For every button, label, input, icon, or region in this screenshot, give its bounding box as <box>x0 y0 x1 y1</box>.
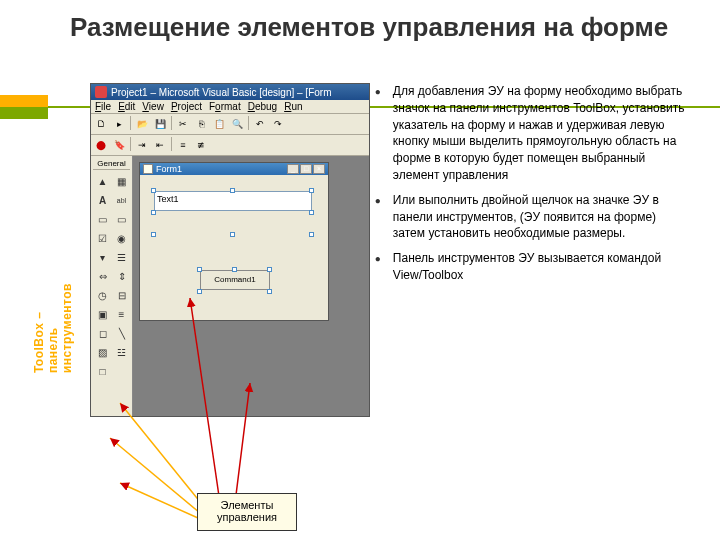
tool-checkbox-icon[interactable]: ☑ <box>93 229 112 248</box>
toolbox-panel: General ▲ ▦ A abl ▭ ▭ ☑ ◉ ▾ ☰ ⇔ <box>91 156 133 416</box>
svg-line-2 <box>120 403 205 508</box>
form-designer-area[interactable]: Form1 _ □ × Text1 <box>133 156 369 416</box>
tb-outdent-icon[interactable]: ⇤ <box>152 137 168 153</box>
tool-label-icon[interactable]: A <box>93 191 112 210</box>
menu-project[interactable]: Project <box>169 101 204 112</box>
tool-picturebox-icon[interactable]: ▦ <box>112 172 131 191</box>
tb-addform-icon[interactable]: ▸ <box>111 116 127 132</box>
tb-comment-icon[interactable]: ≡ <box>175 137 191 153</box>
form1-icon <box>143 164 153 174</box>
menu-view[interactable]: View <box>140 101 166 112</box>
tool-vscroll-icon[interactable]: ⇕ <box>112 267 131 286</box>
tb-undo-icon[interactable]: ↶ <box>252 116 268 132</box>
bullet-2: Или выполнить двойной щелчок на значке Э… <box>375 192 690 242</box>
form1-surface[interactable]: Text1 Command1 <box>140 175 328 320</box>
description-list: Для добавления ЭУ на форму необходимо вы… <box>375 83 690 284</box>
form1-window[interactable]: Form1 _ □ × Text1 <box>139 162 329 321</box>
tool-drivelist-icon[interactable]: ⊟ <box>112 286 131 305</box>
tool-image-icon[interactable]: ▨ <box>93 343 112 362</box>
form1-title-text: Form1 <box>156 164 182 174</box>
vb-toolbar-row1: 🗋 ▸ 📂 💾 ✂ ⎘ 📋 🔍 ↶ ↷ <box>91 114 369 135</box>
tb-addproject-icon[interactable]: 🗋 <box>93 116 109 132</box>
tool-dirlist-icon[interactable]: ▣ <box>93 305 112 324</box>
slide-title: Размещение элементов управления на форме <box>70 12 690 43</box>
vb-toolbar-row2: ⬤ 🔖 ⇥ ⇤ ≡ ≢ <box>91 135 369 156</box>
tb-paste-icon[interactable]: 📋 <box>211 116 227 132</box>
svg-line-3 <box>110 438 200 513</box>
bullet-1: Для добавления ЭУ на форму необходимо вы… <box>375 83 690 184</box>
tb-redo-icon[interactable]: ↷ <box>270 116 286 132</box>
tb-indent-icon[interactable]: ⇥ <box>134 137 150 153</box>
toolbox-sidebar-label: ToolBox – панель инструментов <box>32 283 74 373</box>
minimize-icon[interactable]: _ <box>287 164 299 174</box>
tool-hscroll-icon[interactable]: ⇔ <box>93 267 112 286</box>
tb-copy-icon[interactable]: ⎘ <box>193 116 209 132</box>
tool-combobox-icon[interactable]: ▾ <box>93 248 112 267</box>
tb-open-icon[interactable]: 📂 <box>134 116 150 132</box>
tool-ole-icon[interactable]: □ <box>93 362 112 381</box>
tb-bookmark-icon[interactable]: 🔖 <box>111 137 127 153</box>
menu-edit[interactable]: Edit <box>116 101 137 112</box>
tool-shape-icon[interactable]: ◻ <box>93 324 112 343</box>
vb-menubar[interactable]: File Edit View Project Format Debug Run <box>91 100 369 114</box>
menu-run[interactable]: Run <box>282 101 304 112</box>
commandbutton-control[interactable]: Command1 <box>200 270 270 290</box>
tool-timer-icon[interactable]: ◷ <box>93 286 112 305</box>
tool-pointer-icon[interactable]: ▲ <box>93 172 112 191</box>
toolbox-header: General <box>93 158 130 170</box>
tb-uncomment-icon[interactable]: ≢ <box>193 137 209 153</box>
vb-title-text: Project1 – Microsoft Visual Basic [desig… <box>111 87 331 98</box>
tb-save-icon[interactable]: 💾 <box>152 116 168 132</box>
vb-app-icon <box>95 86 107 98</box>
svg-line-4 <box>120 483 198 518</box>
form1-titlebar: Form1 _ □ × <box>140 163 328 175</box>
menu-file[interactable]: File <box>93 101 113 112</box>
vb-ide-window: Project1 – Microsoft Visual Basic [desig… <box>90 83 370 417</box>
tb-cut-icon[interactable]: ✂ <box>175 116 191 132</box>
tool-filelist-icon[interactable]: ≡ <box>112 305 131 324</box>
tool-textbox-icon[interactable]: abl <box>112 191 131 210</box>
menu-debug[interactable]: Debug <box>246 101 279 112</box>
tb-find-icon[interactable]: 🔍 <box>229 116 245 132</box>
tool-empty <box>112 362 131 381</box>
bullet-3: Панель инструментов ЭУ вызывается команд… <box>375 250 690 284</box>
tool-line-icon[interactable]: ╲ <box>112 324 131 343</box>
elements-callout: Элементы управления <box>197 493 297 531</box>
tool-radio-icon[interactable]: ◉ <box>112 229 131 248</box>
tb-break-icon[interactable]: ⬤ <box>93 137 109 153</box>
close-icon[interactable]: × <box>313 164 325 174</box>
menu-format[interactable]: Format <box>207 101 243 112</box>
tool-button-icon[interactable]: ▭ <box>112 210 131 229</box>
tool-frame-icon[interactable]: ▭ <box>93 210 112 229</box>
tool-listbox-icon[interactable]: ☰ <box>112 248 131 267</box>
maximize-icon[interactable]: □ <box>300 164 312 174</box>
textbox-control[interactable]: Text1 <box>154 191 312 211</box>
tool-data-icon[interactable]: ☳ <box>112 343 131 362</box>
vb-titlebar: Project1 – Microsoft Visual Basic [desig… <box>91 84 369 100</box>
